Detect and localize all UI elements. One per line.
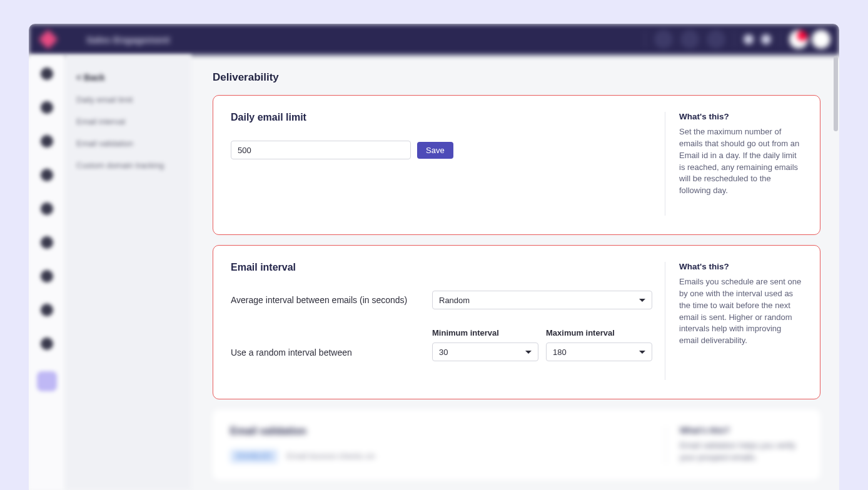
min-interval-select[interactable]: 30 (432, 342, 538, 361)
rail-icon[interactable] (41, 338, 53, 350)
help-title: What's this? (679, 262, 802, 271)
validation-note: Email bounce checks on (286, 451, 375, 461)
chevron-down-icon (639, 351, 645, 354)
app-window: Sales Engagement < Back Daily emai (29, 24, 839, 490)
random-interval-label: Use a random interval between (231, 348, 425, 361)
icon-rail (29, 55, 65, 490)
side-panel: < Back Daily email limit Email interval … (65, 55, 191, 490)
rail-icon[interactable] (41, 202, 53, 215)
sidenav-item-email-validation[interactable]: Email validation (76, 139, 180, 148)
sidenav-item-email-interval[interactable]: Email interval (76, 117, 180, 126)
topbar-action-icon[interactable] (680, 30, 699, 49)
validation-heading: Email validation (230, 426, 665, 437)
rail-icon[interactable] (41, 270, 53, 282)
topbar-small-icon[interactable] (744, 34, 754, 44)
email-interval-card: Email interval Average interval between … (213, 245, 820, 399)
min-interval-value: 30 (439, 348, 448, 357)
max-interval-value: 180 (553, 348, 567, 357)
back-link[interactable]: < Back (76, 72, 180, 82)
help-text: Email validation helps you verify your p… (680, 440, 803, 464)
topbar: Sales Engagement (29, 24, 839, 55)
email-validation-card-blurred: Email validation ENABLED Email bounce ch… (213, 409, 820, 480)
rail-icon[interactable] (41, 135, 53, 148)
main-content: Deliverability Daily email limit Save Wh… (191, 55, 839, 490)
topbar-action-icon[interactable] (707, 30, 725, 49)
topbar-action-icon[interactable] (654, 30, 673, 49)
app-logo-icon (38, 29, 58, 49)
interval-heading: Email interval (231, 262, 652, 273)
notification-avatar-icon[interactable] (789, 30, 808, 49)
save-button[interactable]: Save (417, 142, 453, 159)
help-title: What's this? (680, 426, 803, 435)
rail-icon[interactable] (41, 68, 53, 80)
max-interval-select[interactable]: 180 (546, 342, 652, 361)
scrollbar[interactable] (834, 56, 838, 131)
topbar-small-icon[interactable] (761, 34, 771, 44)
enabled-badge: ENABLED (230, 449, 278, 463)
help-text: Set the maximum number of emails that sh… (679, 126, 802, 197)
daily-limit-input[interactable] (231, 141, 411, 159)
interval-mode-value: Random (439, 296, 470, 305)
page-title: Deliverability (213, 71, 820, 84)
sidenav-item-custom-domain[interactable]: Custom domain tracking (76, 161, 180, 170)
min-interval-label: Minimum interval (432, 328, 538, 338)
rail-icon[interactable] (41, 236, 53, 249)
daily-limit-heading: Daily email limit (231, 112, 652, 123)
chevron-down-icon (525, 351, 532, 354)
rail-icon[interactable] (41, 101, 53, 114)
rail-icon-active[interactable] (37, 371, 57, 391)
max-interval-label: Maximum interval (546, 328, 652, 338)
user-avatar-icon[interactable] (812, 30, 830, 49)
rail-icon[interactable] (41, 304, 53, 316)
help-title: What's this? (679, 112, 802, 121)
daily-email-limit-card: Daily email limit Save What's this? Set … (213, 95, 820, 235)
rail-icon[interactable] (41, 169, 53, 181)
avg-interval-label: Average interval between emails (in seco… (231, 295, 425, 305)
help-text: Emails you schedule are sent one by one … (679, 276, 802, 347)
interval-mode-select[interactable]: Random (432, 291, 652, 309)
topbar-title: Sales Engagement (86, 34, 169, 45)
sidenav-item-daily-limit[interactable]: Daily email limit (76, 95, 180, 104)
chevron-down-icon (639, 299, 645, 302)
